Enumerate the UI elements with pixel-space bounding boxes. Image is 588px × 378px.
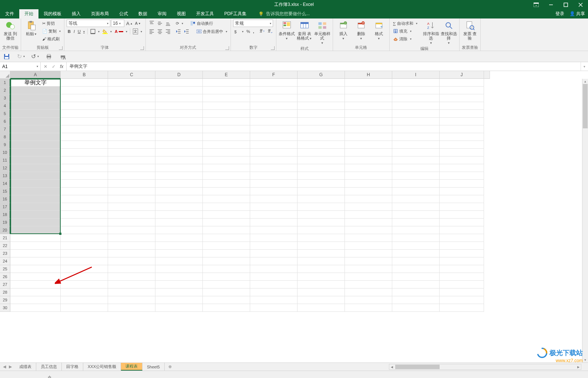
cell-B14[interactable] [61,180,108,188]
cell-H16[interactable] [345,195,392,203]
increase-indent-button[interactable] [183,29,190,34]
cell-I27[interactable] [392,281,440,288]
cell-I4[interactable] [392,102,440,110]
cell-I10[interactable] [392,149,440,156]
cell-A24[interactable] [10,257,61,265]
cell-A11[interactable] [10,156,61,164]
cell-D28[interactable] [155,288,203,296]
sheet-tab-3[interactable]: XXX公司销售额 [83,363,121,371]
row-header-8[interactable]: 8 [0,133,10,141]
cell-C11[interactable] [108,156,155,164]
accounting-format-button[interactable]: $▾ [233,29,245,34]
cell-A3[interactable] [10,94,61,102]
cell-I8[interactable] [392,133,440,141]
cell-C26[interactable] [108,273,155,281]
font-name-combo[interactable]: 等线▾ [67,20,110,27]
cell-A26[interactable] [10,273,61,281]
cell-E24[interactable] [203,257,250,265]
cell-D5[interactable] [155,110,203,118]
cell-C13[interactable] [108,172,155,180]
cell-E30[interactable] [203,304,250,312]
row-header-17[interactable]: 17 [0,203,10,211]
cell-H9[interactable] [345,141,392,149]
cell-I5[interactable] [392,110,440,118]
cell-H1[interactable] [345,79,392,87]
cell-J5[interactable] [440,110,484,118]
cell-A8[interactable] [10,133,61,141]
cell-H4[interactable] [345,102,392,110]
cell-E16[interactable] [203,195,250,203]
row-header-6[interactable]: 6 [0,118,10,125]
cell-H3[interactable] [345,94,392,102]
row-header-3[interactable]: 3 [0,94,10,102]
cell-H8[interactable] [345,133,392,141]
cell-I11[interactable] [392,156,440,164]
clear-button[interactable]: 清除 ▾ [392,36,413,42]
cell-J20[interactable] [440,226,484,234]
cell-C5[interactable] [108,110,155,118]
cell-F16[interactable] [250,195,298,203]
cell-J13[interactable] [440,172,484,180]
cell-E26[interactable] [203,273,250,281]
cell-E9[interactable] [203,141,250,149]
underline-button[interactable]: U▾ [77,29,86,34]
phonetic-button[interactable]: 文▾ [132,28,143,34]
cell-J29[interactable] [440,296,484,304]
cell-I28[interactable] [392,288,440,296]
close-button[interactable] [573,0,588,9]
cell-D26[interactable] [155,273,203,281]
cell-A30[interactable] [10,304,61,312]
cell-G7[interactable] [298,125,345,133]
row-header-5[interactable]: 5 [0,110,10,118]
cell-F5[interactable] [250,110,298,118]
cell-J10[interactable] [440,149,484,156]
cell-F18[interactable] [250,211,298,219]
column-header-E[interactable]: E [203,71,250,79]
cell-J28[interactable] [440,288,484,296]
cell-G8[interactable] [298,133,345,141]
cell-C6[interactable] [108,118,155,125]
format-as-table-button[interactable]: 套用 表格格式▼ [296,20,313,41]
cell-G19[interactable] [298,219,345,226]
cell-D30[interactable] [155,304,203,312]
cell-H23[interactable] [345,250,392,257]
row-header-27[interactable]: 27 [0,281,10,288]
cell-C22[interactable] [108,242,155,250]
cell-D27[interactable] [155,281,203,288]
cell-C30[interactable] [108,304,155,312]
cell-E5[interactable] [203,110,250,118]
cell-G21[interactable] [298,234,345,242]
column-header-H[interactable]: H [345,71,392,79]
sheet-tab-1[interactable]: 员工信息 [36,363,62,371]
cell-I12[interactable] [392,164,440,172]
cell-D22[interactable] [155,242,203,250]
cell-E10[interactable] [203,149,250,156]
row-header-13[interactable]: 13 [0,172,10,180]
cell-C25[interactable] [108,265,155,273]
cell-F10[interactable] [250,149,298,156]
cell-D16[interactable] [155,195,203,203]
decrease-decimal-button[interactable]: .00.0 [266,29,274,34]
cell-C29[interactable] [108,296,155,304]
percent-button[interactable]: % [245,29,251,34]
cell-J17[interactable] [440,203,484,211]
row-header-15[interactable]: 15 [0,188,10,195]
cell-H29[interactable] [345,296,392,304]
cell-G9[interactable] [298,141,345,149]
cell-J30[interactable] [440,304,484,312]
cell-J6[interactable] [440,118,484,125]
tab-view[interactable]: 视图 [172,9,191,18]
row-header-25[interactable]: 25 [0,265,10,273]
row-header-30[interactable]: 30 [0,304,10,312]
cell-B13[interactable] [61,172,108,180]
share-button[interactable]: 👤 共享 [569,11,585,17]
name-box[interactable]: A1▾ [0,62,41,71]
tab-formulas[interactable]: 公式 [114,9,133,18]
cell-D4[interactable] [155,102,203,110]
cell-F11[interactable] [250,156,298,164]
cell-F13[interactable] [250,172,298,180]
cell-F9[interactable] [250,141,298,149]
row-header-28[interactable]: 28 [0,288,10,296]
cell-B30[interactable] [61,304,108,312]
cell-I19[interactable] [392,219,440,226]
